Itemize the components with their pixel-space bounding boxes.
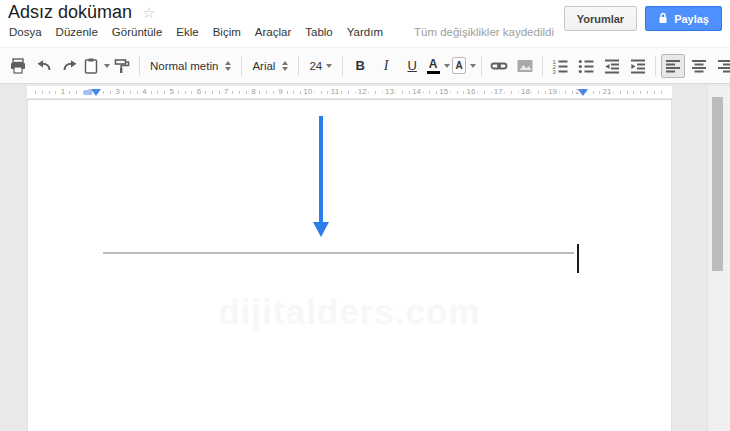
menu-dosya[interactable]: Dosya xyxy=(2,24,49,40)
bulleted-list-button[interactable] xyxy=(574,54,598,78)
updown-icon xyxy=(282,58,288,74)
ruler-tick xyxy=(42,91,43,94)
increase-indent-button[interactable] xyxy=(626,54,650,78)
ruler-tick xyxy=(164,91,165,94)
ruler-tick xyxy=(49,91,50,94)
highlight-color-button[interactable]: A xyxy=(452,54,476,78)
italic-button[interactable]: I xyxy=(374,54,398,78)
text-color-button[interactable]: A xyxy=(426,54,450,78)
bold-button[interactable]: B xyxy=(348,54,372,78)
highlight-color-icon: A xyxy=(452,57,466,74)
updown-icon xyxy=(225,58,231,74)
paragraph-style-selector[interactable]: Normal metin xyxy=(144,54,237,78)
numbered-list-button[interactable]: 123 xyxy=(548,54,572,78)
ruler-number: 1 xyxy=(59,87,67,97)
align-right-button[interactable] xyxy=(713,54,730,78)
font-selector[interactable]: Arial xyxy=(246,54,294,78)
ruler-number: 14 xyxy=(410,87,423,97)
ruler-tick xyxy=(191,91,192,94)
align-center-icon xyxy=(690,57,708,75)
ruler-tick xyxy=(110,91,111,94)
google-docs-window: Adsız doküman ☆ DosyaDüzenleGörüntüleEkl… xyxy=(0,0,730,431)
title-row: Adsız doküman ☆ xyxy=(8,2,156,23)
star-icon[interactable]: ☆ xyxy=(142,5,155,20)
ruler-tick xyxy=(219,91,220,94)
divider xyxy=(241,56,242,76)
ruler-tick xyxy=(429,91,430,94)
align-right-icon xyxy=(716,57,730,75)
horizontal-line-content xyxy=(103,252,574,254)
ruler-tick xyxy=(484,91,485,94)
ruler-tick xyxy=(402,91,403,94)
ruler-tick xyxy=(205,91,206,94)
decrease-indent-button[interactable] xyxy=(600,54,624,78)
ruler-tick xyxy=(565,91,566,94)
share-button[interactable]: Paylaş xyxy=(645,6,722,31)
ruler-number: 19 xyxy=(546,87,559,97)
menu-düzenle[interactable]: Düzenle xyxy=(49,24,105,40)
ruler[interactable]: 123456789101112131415161718192021 xyxy=(27,86,672,98)
menu-bar: DosyaDüzenleGörüntüleEkleBiçimAraçlarTab… xyxy=(2,23,554,41)
ruler-tick xyxy=(287,91,288,94)
left-indent-marker[interactable] xyxy=(91,89,101,96)
ruler-tick xyxy=(137,91,138,94)
decrease-indent-icon xyxy=(603,57,621,75)
ruler-number: 16 xyxy=(465,87,478,97)
paint-format-button[interactable] xyxy=(110,54,134,78)
ruler-tick xyxy=(348,91,349,94)
save-status: Tüm değişiklikler kaydedildi xyxy=(414,26,554,38)
lock-icon xyxy=(658,12,668,25)
menu-görüntüle[interactable]: Görüntüle xyxy=(105,24,170,40)
ruler-number: 15 xyxy=(437,87,450,97)
arrow-drawing[interactable] xyxy=(319,116,323,222)
scrollbar-track[interactable] xyxy=(707,86,730,431)
insert-link-button[interactable] xyxy=(487,54,511,78)
ruler-number: 10 xyxy=(301,87,314,97)
chevron-down-icon xyxy=(326,64,332,71)
right-indent-marker[interactable] xyxy=(578,89,588,96)
menu-biçim[interactable]: Biçim xyxy=(206,24,248,40)
insert-image-button[interactable] xyxy=(513,54,537,78)
ruler-tick xyxy=(246,91,247,94)
menu-yardım[interactable]: Yardım xyxy=(340,24,390,40)
numbered-list-icon: 123 xyxy=(551,57,569,75)
ruler-number: 6 xyxy=(195,87,203,97)
text-color-icon: A xyxy=(427,58,440,74)
menu-tablo[interactable]: Tablo xyxy=(298,24,340,40)
underline-button[interactable]: U xyxy=(400,54,424,78)
ruler-tick xyxy=(627,91,628,94)
menu-araçlar[interactable]: Araçlar xyxy=(248,24,298,40)
ruler-tick xyxy=(647,91,648,94)
ruler-tick xyxy=(511,91,512,94)
ruler-tick xyxy=(103,91,104,94)
link-icon xyxy=(490,57,508,75)
ruler-tick xyxy=(457,91,458,94)
web-clipboard-button[interactable] xyxy=(84,54,108,78)
ruler-tick xyxy=(266,91,267,94)
document-title[interactable]: Adsız doküman xyxy=(8,2,132,23)
ruler-number: 21 xyxy=(601,87,614,97)
ruler-tick xyxy=(157,91,158,94)
increase-indent-icon xyxy=(629,57,647,75)
align-left-button[interactable] xyxy=(661,54,685,78)
scrollbar-thumb[interactable] xyxy=(712,97,723,271)
ruler-number: 9 xyxy=(276,87,284,97)
bulleted-list-icon xyxy=(577,57,595,75)
divider xyxy=(342,56,343,76)
ruler-number: 5 xyxy=(168,87,176,97)
ruler-tick xyxy=(69,91,70,94)
document-page[interactable]: dijitalders.com xyxy=(27,99,672,431)
divider xyxy=(655,56,656,76)
ruler-tick xyxy=(633,91,634,94)
ruler-number: 4 xyxy=(140,87,148,97)
ruler-number: 17 xyxy=(492,87,505,97)
document-workspace: 123456789101112131415161718192021 dijita… xyxy=(0,84,730,431)
menu-ekle[interactable]: Ekle xyxy=(169,24,205,40)
font-size-selector[interactable]: 24 xyxy=(303,54,338,78)
redo-button[interactable] xyxy=(58,54,82,78)
align-center-button[interactable] xyxy=(687,54,711,78)
redo-icon xyxy=(61,57,79,75)
print-button[interactable] xyxy=(6,54,30,78)
undo-button[interactable] xyxy=(32,54,56,78)
comments-button[interactable]: Yorumlar xyxy=(564,6,637,31)
